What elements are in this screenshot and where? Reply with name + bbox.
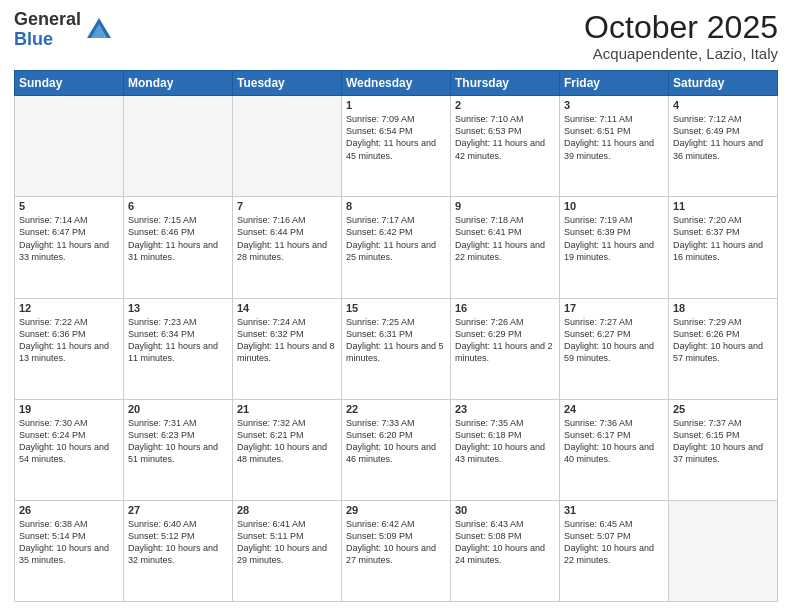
- header-wednesday: Wednesday: [342, 71, 451, 96]
- day-number: 30: [455, 504, 555, 516]
- calendar-week-row: 1Sunrise: 7:09 AM Sunset: 6:54 PM Daylig…: [15, 96, 778, 197]
- day-info: Sunrise: 7:22 AM Sunset: 6:36 PM Dayligh…: [19, 316, 119, 365]
- day-info: Sunrise: 6:41 AM Sunset: 5:11 PM Dayligh…: [237, 518, 337, 567]
- day-number: 19: [19, 403, 119, 415]
- day-number: 4: [673, 99, 773, 111]
- day-number: 8: [346, 200, 446, 212]
- day-number: 1: [346, 99, 446, 111]
- table-row: 20Sunrise: 7:31 AM Sunset: 6:23 PM Dayli…: [124, 399, 233, 500]
- table-row: 2Sunrise: 7:10 AM Sunset: 6:53 PM Daylig…: [451, 96, 560, 197]
- day-number: 14: [237, 302, 337, 314]
- table-row: 19Sunrise: 7:30 AM Sunset: 6:24 PM Dayli…: [15, 399, 124, 500]
- day-number: 16: [455, 302, 555, 314]
- day-info: Sunrise: 7:14 AM Sunset: 6:47 PM Dayligh…: [19, 214, 119, 263]
- table-row: [15, 96, 124, 197]
- month-title: October 2025: [584, 10, 778, 45]
- day-info: Sunrise: 7:33 AM Sunset: 6:20 PM Dayligh…: [346, 417, 446, 466]
- day-info: Sunrise: 6:45 AM Sunset: 5:07 PM Dayligh…: [564, 518, 664, 567]
- calendar-week-row: 5Sunrise: 7:14 AM Sunset: 6:47 PM Daylig…: [15, 197, 778, 298]
- day-info: Sunrise: 6:38 AM Sunset: 5:14 PM Dayligh…: [19, 518, 119, 567]
- title-area: October 2025 Acquapendente, Lazio, Italy: [584, 10, 778, 62]
- day-info: Sunrise: 7:37 AM Sunset: 6:15 PM Dayligh…: [673, 417, 773, 466]
- table-row: 7Sunrise: 7:16 AM Sunset: 6:44 PM Daylig…: [233, 197, 342, 298]
- day-number: 21: [237, 403, 337, 415]
- day-info: Sunrise: 7:15 AM Sunset: 6:46 PM Dayligh…: [128, 214, 228, 263]
- table-row: 3Sunrise: 7:11 AM Sunset: 6:51 PM Daylig…: [560, 96, 669, 197]
- header-thursday: Thursday: [451, 71, 560, 96]
- table-row: 12Sunrise: 7:22 AM Sunset: 6:36 PM Dayli…: [15, 298, 124, 399]
- day-info: Sunrise: 7:23 AM Sunset: 6:34 PM Dayligh…: [128, 316, 228, 365]
- day-number: 27: [128, 504, 228, 516]
- logo-icon: [85, 16, 113, 44]
- day-number: 26: [19, 504, 119, 516]
- day-info: Sunrise: 7:17 AM Sunset: 6:42 PM Dayligh…: [346, 214, 446, 263]
- page: General Blue October 2025 Acquapendente,…: [0, 0, 792, 612]
- table-row: 15Sunrise: 7:25 AM Sunset: 6:31 PM Dayli…: [342, 298, 451, 399]
- header-tuesday: Tuesday: [233, 71, 342, 96]
- day-number: 29: [346, 504, 446, 516]
- table-row: [669, 500, 778, 601]
- day-info: Sunrise: 7:25 AM Sunset: 6:31 PM Dayligh…: [346, 316, 446, 365]
- day-number: 15: [346, 302, 446, 314]
- table-row: 28Sunrise: 6:41 AM Sunset: 5:11 PM Dayli…: [233, 500, 342, 601]
- table-row: 4Sunrise: 7:12 AM Sunset: 6:49 PM Daylig…: [669, 96, 778, 197]
- day-number: 5: [19, 200, 119, 212]
- day-info: Sunrise: 7:36 AM Sunset: 6:17 PM Dayligh…: [564, 417, 664, 466]
- header-saturday: Saturday: [669, 71, 778, 96]
- day-info: Sunrise: 7:29 AM Sunset: 6:26 PM Dayligh…: [673, 316, 773, 365]
- day-number: 9: [455, 200, 555, 212]
- table-row: [233, 96, 342, 197]
- table-row: 8Sunrise: 7:17 AM Sunset: 6:42 PM Daylig…: [342, 197, 451, 298]
- header-friday: Friday: [560, 71, 669, 96]
- day-number: 7: [237, 200, 337, 212]
- day-info: Sunrise: 7:26 AM Sunset: 6:29 PM Dayligh…: [455, 316, 555, 365]
- table-row: 30Sunrise: 6:43 AM Sunset: 5:08 PM Dayli…: [451, 500, 560, 601]
- day-number: 11: [673, 200, 773, 212]
- day-info: Sunrise: 7:12 AM Sunset: 6:49 PM Dayligh…: [673, 113, 773, 162]
- calendar-header-row: Sunday Monday Tuesday Wednesday Thursday…: [15, 71, 778, 96]
- header-monday: Monday: [124, 71, 233, 96]
- day-info: Sunrise: 7:20 AM Sunset: 6:37 PM Dayligh…: [673, 214, 773, 263]
- table-row: 11Sunrise: 7:20 AM Sunset: 6:37 PM Dayli…: [669, 197, 778, 298]
- day-info: Sunrise: 7:16 AM Sunset: 6:44 PM Dayligh…: [237, 214, 337, 263]
- table-row: 16Sunrise: 7:26 AM Sunset: 6:29 PM Dayli…: [451, 298, 560, 399]
- day-info: Sunrise: 6:40 AM Sunset: 5:12 PM Dayligh…: [128, 518, 228, 567]
- day-info: Sunrise: 7:11 AM Sunset: 6:51 PM Dayligh…: [564, 113, 664, 162]
- day-info: Sunrise: 7:35 AM Sunset: 6:18 PM Dayligh…: [455, 417, 555, 466]
- calendar-table: Sunday Monday Tuesday Wednesday Thursday…: [14, 70, 778, 602]
- day-number: 12: [19, 302, 119, 314]
- day-number: 22: [346, 403, 446, 415]
- day-number: 18: [673, 302, 773, 314]
- day-info: Sunrise: 7:30 AM Sunset: 6:24 PM Dayligh…: [19, 417, 119, 466]
- calendar-week-row: 12Sunrise: 7:22 AM Sunset: 6:36 PM Dayli…: [15, 298, 778, 399]
- day-info: Sunrise: 7:18 AM Sunset: 6:41 PM Dayligh…: [455, 214, 555, 263]
- day-info: Sunrise: 7:10 AM Sunset: 6:53 PM Dayligh…: [455, 113, 555, 162]
- day-info: Sunrise: 7:32 AM Sunset: 6:21 PM Dayligh…: [237, 417, 337, 466]
- table-row: 23Sunrise: 7:35 AM Sunset: 6:18 PM Dayli…: [451, 399, 560, 500]
- day-number: 23: [455, 403, 555, 415]
- day-number: 24: [564, 403, 664, 415]
- day-number: 17: [564, 302, 664, 314]
- table-row: [124, 96, 233, 197]
- day-number: 20: [128, 403, 228, 415]
- day-number: 3: [564, 99, 664, 111]
- table-row: 13Sunrise: 7:23 AM Sunset: 6:34 PM Dayli…: [124, 298, 233, 399]
- day-number: 13: [128, 302, 228, 314]
- table-row: 24Sunrise: 7:36 AM Sunset: 6:17 PM Dayli…: [560, 399, 669, 500]
- table-row: 27Sunrise: 6:40 AM Sunset: 5:12 PM Dayli…: [124, 500, 233, 601]
- day-info: Sunrise: 7:31 AM Sunset: 6:23 PM Dayligh…: [128, 417, 228, 466]
- day-info: Sunrise: 7:09 AM Sunset: 6:54 PM Dayligh…: [346, 113, 446, 162]
- header: General Blue October 2025 Acquapendente,…: [14, 10, 778, 62]
- logo-general: General: [14, 10, 81, 30]
- day-number: 28: [237, 504, 337, 516]
- day-number: 31: [564, 504, 664, 516]
- day-info: Sunrise: 7:27 AM Sunset: 6:27 PM Dayligh…: [564, 316, 664, 365]
- calendar-week-row: 19Sunrise: 7:30 AM Sunset: 6:24 PM Dayli…: [15, 399, 778, 500]
- day-number: 2: [455, 99, 555, 111]
- table-row: 29Sunrise: 6:42 AM Sunset: 5:09 PM Dayli…: [342, 500, 451, 601]
- table-row: 22Sunrise: 7:33 AM Sunset: 6:20 PM Dayli…: [342, 399, 451, 500]
- day-number: 6: [128, 200, 228, 212]
- day-info: Sunrise: 6:42 AM Sunset: 5:09 PM Dayligh…: [346, 518, 446, 567]
- table-row: 9Sunrise: 7:18 AM Sunset: 6:41 PM Daylig…: [451, 197, 560, 298]
- day-info: Sunrise: 7:24 AM Sunset: 6:32 PM Dayligh…: [237, 316, 337, 365]
